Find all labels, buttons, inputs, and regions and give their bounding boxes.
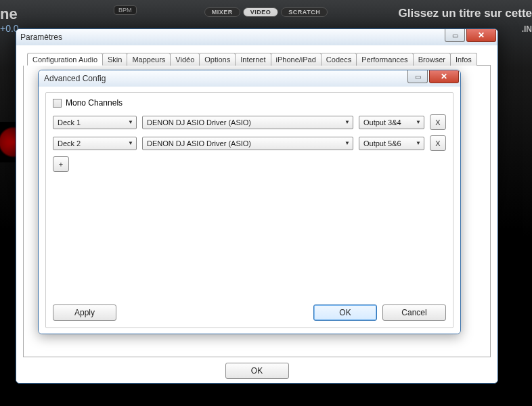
scratch-pill[interactable]: SCRATCH (281, 7, 328, 17)
output-select[interactable]: Output 5&6▼ (359, 137, 424, 150)
tab-internet[interactable]: Internet (235, 53, 271, 66)
tab-codecs[interactable]: Codecs (321, 53, 357, 66)
tab-panel: Advanced Config ▭ ✕ Mono (23, 66, 491, 357)
config-group: Mono Channels Deck 1▼DENON DJ ASIO Drive… (45, 92, 453, 328)
tab-mappeurs[interactable]: Mappeurs (127, 53, 171, 66)
inner-button-bar: Apply OK Cancel (53, 304, 446, 321)
close-button[interactable]: ✕ (466, 29, 496, 42)
close-icon: ✕ (441, 72, 447, 81)
remove-row-button[interactable]: X (430, 114, 446, 130)
cancel-button[interactable]: Cancel (382, 304, 446, 321)
chevron-down-icon: ▼ (416, 140, 421, 146)
close-icon: ✕ (478, 30, 485, 40)
inner-maximize-button[interactable]: ▭ (407, 70, 428, 83)
tab-browser[interactable]: Browser (413, 53, 451, 66)
inner-close-button[interactable]: ✕ (429, 70, 459, 83)
tab-skin[interactable]: Skin (102, 53, 127, 66)
mono-channels-label: Mono Channels (66, 98, 123, 108)
driver-select[interactable]: DENON DJ ASIO Driver (ASIO)▼ (142, 116, 353, 129)
outer-ok-button[interactable]: OK (225, 363, 289, 379)
chevron-down-icon: ▼ (345, 119, 350, 125)
video-pill[interactable]: VIDEO (243, 7, 279, 17)
tab-iphone-ipad[interactable]: iPhone/iPad (271, 53, 322, 66)
apply-button[interactable]: Apply (53, 304, 116, 321)
chevron-down-icon: ▼ (128, 140, 133, 146)
tab-options[interactable]: Options (199, 53, 236, 66)
output-select[interactable]: Output 3&4▼ (359, 116, 424, 129)
chevron-down-icon: ▼ (416, 119, 421, 125)
advanced-config-window: Advanced Config ▭ ✕ Mono (38, 70, 461, 334)
ok-button[interactable]: OK (313, 304, 377, 321)
tab-vid-o[interactable]: Vidéo (170, 53, 200, 66)
tab-performances[interactable]: Performances (356, 53, 413, 66)
deck-select[interactable]: Deck 2▼ (53, 137, 137, 150)
parameters-titlebar[interactable]: Paramètres ▭ ✕ (16, 29, 497, 46)
mixer-pill[interactable]: MIXER (204, 7, 240, 17)
maximize-button[interactable]: ▭ (445, 29, 465, 42)
add-row-button[interactable]: + (53, 156, 69, 172)
advanced-config-title: Advanced Config (44, 74, 106, 83)
tab-configuration-audio[interactable]: Configuration Audio (27, 53, 103, 66)
advanced-config-client: Mono Channels Deck 1▼DENON DJ ASIO Drive… (39, 87, 460, 334)
chevron-down-icon: ▼ (345, 140, 350, 146)
advanced-config-titlebar[interactable]: Advanced Config ▭ ✕ (39, 70, 460, 87)
tab-infos[interactable]: Infos (450, 53, 477, 66)
parameters-title: Paramètres (20, 32, 62, 42)
chevron-down-icon: ▼ (128, 119, 133, 125)
deck-row-1: Deck 1▼DENON DJ ASIO Driver (ASIO)▼Outpu… (53, 114, 446, 130)
mono-channels-checkbox[interactable] (53, 99, 62, 108)
remove-row-button[interactable]: X (430, 135, 446, 151)
parameters-client: Configuration AudioSkinMappeursVidéoOpti… (16, 45, 497, 383)
mono-channels-row: Mono Channels (53, 98, 446, 108)
driver-select[interactable]: DENON DJ ASIO Driver (ASIO)▼ (142, 137, 353, 150)
maximize-icon: ▭ (415, 73, 421, 81)
maximize-icon: ▭ (452, 32, 458, 39)
deck-row-2: Deck 2▼DENON DJ ASIO Driver (ASIO)▼Outpu… (53, 135, 446, 151)
parameters-window: Paramètres ▭ ✕ Configuration AudioSkinMa… (16, 28, 498, 384)
deck-select[interactable]: Deck 1▼ (53, 116, 137, 129)
tabs-row: Configuration AudioSkinMappeursVidéoOpti… (27, 52, 491, 66)
